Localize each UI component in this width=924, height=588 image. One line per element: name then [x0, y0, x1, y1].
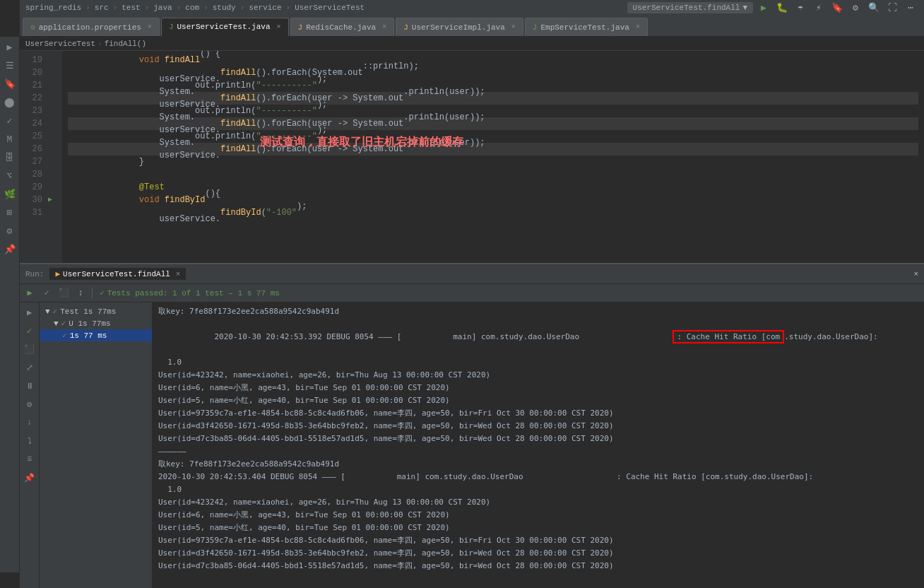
tab-user-service-impl[interactable]: J UserServiceImpl.java ×	[396, 18, 523, 36]
console-line-10: ——————	[158, 445, 918, 458]
breadcrumb: UserServiceTest › findAll()	[20, 37, 924, 51]
code-line-28	[68, 168, 918, 181]
panel-close[interactable]: ×	[913, 270, 918, 278]
tab-emp-label: EmpServiceTest.java	[540, 23, 629, 32]
tab-close-impl[interactable]: ×	[511, 23, 516, 31]
tree-item-1s[interactable]: ✓ 1s 77 ms	[40, 329, 152, 341]
run-panel: Run: ▶ UserServiceTest.findAll × × ▶ ✓ ⬛…	[20, 263, 924, 588]
console-line-8: User(id=d3f42650-1671-495d-8b35-3e64bbc9…	[158, 420, 918, 433]
run-tab-label: UserServiceTest.findAll	[63, 270, 170, 278]
terminal-icon[interactable]: ⊞	[2, 205, 18, 220]
tree-check1: ✓	[53, 307, 58, 316]
run-content: ▶ ✓ ⬛ ⤢ ⏸ ⚙ ↓ ⤵ ≡ 📌 ▼ ✓ Test 1s 77	[20, 302, 924, 588]
tree-label-test: Test 1s 77ms	[60, 307, 116, 316]
nav-project[interactable]: spring_redis	[25, 4, 81, 12]
console-line-2: 2020-10-30 20:42:53.392 DEBUG 8054 ——— […	[158, 318, 918, 356]
sidebar-run-icon[interactable]: ▶	[23, 305, 37, 319]
check-button[interactable]: ✓	[40, 286, 54, 300]
console-line-4: User(id=423242, name=xiaohei, age=26, bi…	[158, 369, 918, 382]
bc-class[interactable]: UserServiceTest	[25, 40, 95, 48]
sidebar-scroll-icon[interactable]: ↓	[23, 416, 37, 430]
search-icon[interactable]: 🔍	[866, 0, 882, 16]
nav-com[interactable]: com	[185, 4, 199, 12]
test-tree: ▼ ✓ Test 1s 77ms ▼ ✓ U 1s 77ms ✓ 1s 77 m…	[40, 302, 153, 588]
tree-item-u[interactable]: ▼ ✓ U 1s 77ms	[40, 317, 152, 329]
left-sidebar: ▶ ☰ 🔖 ⬤ ✓ M 🗄 ⌥ 🌿 ⊞ ⚙ 📌	[0, 37, 20, 572]
tab-impl-icon: J	[403, 23, 408, 32]
git-icon[interactable]: ⌥	[2, 168, 18, 184]
console-output[interactable]: 取key: 7fe88f173e2ee2ca588a9542c9ab491d 2…	[153, 302, 924, 588]
fullscreen-icon[interactable]: ⛶	[884, 0, 900, 16]
sidebar-grid-icon[interactable]: ≡	[23, 452, 37, 466]
debug-button[interactable]: 🐛	[774, 0, 790, 16]
tab-close-test[interactable]: ×	[277, 23, 281, 31]
bookmark2-icon[interactable]: 🔖	[829, 0, 845, 16]
run-tab-active[interactable]: ▶ UserServiceTest.findAll ×	[49, 268, 186, 280]
tab-application-properties[interactable]: ⚙ application.properties ×	[23, 18, 160, 36]
todo-icon[interactable]: ✓	[2, 113, 18, 129]
dropdown-arrow: ▼	[742, 4, 747, 12]
structure-icon[interactable]: ☰	[2, 58, 18, 74]
tab-close-redis[interactable]: ×	[382, 23, 386, 31]
run-tabs: Run: ▶ UserServiceTest.findAll × ×	[20, 264, 924, 284]
tab-test-icon: J	[169, 23, 174, 31]
nav-java[interactable]: java	[153, 4, 172, 12]
code-line-26: userService.findAll().forEach(user -> Sy…	[68, 143, 918, 155]
sidebar-stop-icon[interactable]: ⬛	[23, 342, 37, 356]
rerun-button[interactable]: ▶	[23, 286, 37, 300]
run-icon[interactable]: ▶	[2, 40, 18, 55]
sidebar-pause-icon[interactable]: ⏸	[23, 379, 37, 393]
console-line-12: 2020-10-30 20:42:53.404 DEBUG 8054 ——— […	[158, 471, 918, 483]
run-button[interactable]: ▶	[756, 0, 771, 16]
sidebar-settings-icon[interactable]: ⚙	[23, 397, 37, 411]
stop-button[interactable]: ⬛	[57, 286, 71, 300]
console-line-9: User(id=d7c3ba85-06d4-4405-bbd1-5518e57a…	[158, 433, 918, 445]
tab-redis-label: RedisCache.java	[306, 23, 376, 32]
console-line-3: 1.0	[158, 356, 918, 369]
sidebar-pin-icon[interactable]: 📌	[23, 471, 37, 485]
console-line-5: User(id=6, name=小黑, age=43, bir=Tue Sep …	[158, 382, 918, 394]
cache-hit-ratio-highlight: : Cache Hit Ratio [com	[673, 330, 784, 343]
tab-props-icon: ⚙	[30, 23, 35, 32]
nav-test[interactable]: test	[122, 4, 140, 12]
tab-close-props[interactable]: ×	[148, 23, 152, 31]
tab-user-service-test[interactable]: J UserServiceTest.java ×	[161, 18, 289, 36]
tree-check2: ✓	[61, 319, 66, 328]
breakpoint-icon[interactable]: ⬤	[2, 95, 18, 110]
tree-label-1s: 1s 77 ms	[70, 331, 107, 340]
db-icon[interactable]: 🗄	[2, 150, 18, 165]
pin-icon[interactable]: 📌	[2, 242, 18, 257]
code-line-22: userService.findAll().forEach(user -> Sy…	[68, 92, 918, 105]
run-config-label: UserServiceTest.findAll	[633, 4, 740, 12]
sidebar-sort-icon[interactable]: ⤢	[23, 360, 37, 375]
nav-study[interactable]: study	[213, 4, 236, 12]
tree-label-u: U 1s 77ms	[69, 319, 110, 328]
tab-emp-service-test[interactable]: J EmpServiceTest.java ×	[525, 18, 648, 36]
sort-button[interactable]: ↕	[73, 286, 88, 300]
sidebar-check-icon[interactable]: ✓	[23, 324, 37, 338]
settings-icon[interactable]: ⚙	[2, 223, 18, 239]
run-tab-close[interactable]: ×	[176, 270, 181, 278]
spring-icon[interactable]: 🌿	[2, 187, 18, 202]
run-toolbar: ▶ ✓ ⬛ ↕ ✓ Tests passed: 1 of 1 test – 1 …	[20, 284, 924, 302]
tree-item-test[interactable]: ▼ ✓ Test 1s 77ms	[40, 305, 152, 317]
coverage-button[interactable]: ☂	[793, 0, 808, 16]
sidebar-import-icon[interactable]: ⤵	[23, 434, 37, 448]
main-content: spring_redis › src › test › java › com ›…	[20, 0, 924, 588]
settings2-icon[interactable]: ⚙	[848, 0, 863, 16]
nav-src[interactable]: src	[95, 4, 109, 12]
bookmark-icon[interactable]: 🔖	[2, 76, 18, 92]
bc-method[interactable]: findAll()	[105, 40, 146, 48]
console-line-15: User(id=6, name=小黑, age=43, bir=Tue Sep …	[158, 509, 918, 522]
tab-close-emp[interactable]: ×	[636, 23, 640, 31]
tab-redis-cache[interactable]: J RedisCache.java ×	[290, 18, 395, 36]
maven-icon[interactable]: M	[2, 131, 18, 147]
profile-button[interactable]: ⚡	[811, 0, 827, 16]
test-check-icon: ✓	[100, 288, 105, 298]
nav-class[interactable]: UserServiceTest	[295, 4, 365, 12]
more-icon[interactable]: ⋯	[903, 0, 918, 16]
code-editor: 19 20 21 22 23 24 25 26 27 28 29 30 31	[20, 51, 924, 263]
code-gutter: ▶	[48, 51, 62, 263]
nav-service[interactable]: service	[249, 4, 281, 12]
run-config-selector[interactable]: UserServiceTest.findAll ▼	[627, 2, 753, 13]
